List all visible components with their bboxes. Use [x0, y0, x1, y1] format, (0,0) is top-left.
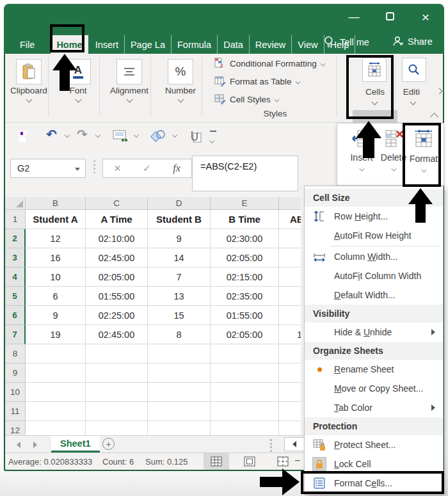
email-button[interactable]	[113, 129, 128, 146]
select-all-corner[interactable]	[5, 197, 26, 210]
row-header[interactable]: 9	[5, 364, 26, 383]
add-sheet-button[interactable]: +	[102, 438, 115, 450]
redo-button[interactable]: ↷	[77, 127, 88, 142]
menu-item-default-width[interactable]: Default Width...	[305, 285, 443, 305]
row-header[interactable]: 11	[5, 402, 26, 421]
normal-view-button[interactable]	[204, 453, 229, 470]
table-row: 4 10 02:05:00 7 02:15:00	[5, 268, 301, 287]
share-button[interactable]: Share	[393, 36, 433, 47]
zoom-out-icon[interactable]: −	[294, 455, 300, 467]
paste-button[interactable]	[16, 59, 42, 84]
cancel-icon[interactable]: ×	[114, 162, 121, 175]
number-button[interactable]: %	[168, 59, 193, 84]
shapes-button[interactable]	[150, 129, 166, 146]
tab-formulas[interactable]: Formula	[172, 35, 218, 54]
redo-dropdown-icon[interactable]	[95, 132, 100, 138]
email-dropdown-icon[interactable]	[134, 132, 139, 138]
delete-chevron-icon[interactable]	[391, 166, 396, 172]
tab-insert[interactable]: Insert	[90, 35, 125, 54]
spreadsheet-grid: B C D E 1 Student A A Time Student B B T…	[5, 197, 301, 435]
conditional-formatting-button[interactable]: ≠ Conditional Formatting	[214, 58, 325, 69]
lock-icon	[312, 456, 327, 472]
editing-flyout-chevron-icon[interactable]	[436, 88, 443, 95]
menu-item-autofit-row-height[interactable]: AutoFit Row Height	[305, 226, 443, 245]
tab-data[interactable]: Data	[218, 35, 250, 54]
column-header-b[interactable]: B	[26, 197, 86, 210]
maximize-button[interactable]	[383, 10, 397, 24]
editing-chevron-icon[interactable]	[410, 99, 417, 106]
normal-view-icon	[211, 456, 222, 467]
menu-item-protect-sheet[interactable]: Protect Sheet...	[305, 435, 443, 454]
format-dropdown-menu: Cell Size Row Height... AutoFit Row Heig…	[304, 186, 444, 495]
page-layout-view-button[interactable]	[237, 453, 262, 470]
format-as-table-button[interactable]: Format as Table	[214, 76, 300, 87]
column-header-e[interactable]: E	[211, 197, 279, 210]
page-break-view-button[interactable]	[270, 453, 296, 470]
arrow-to-cells-button	[356, 121, 381, 158]
alignment-dialog-launcher[interactable]	[127, 97, 133, 103]
alignment-group-label: Alignment	[104, 86, 155, 95]
row-header[interactable]: 8	[5, 344, 26, 364]
number-dialog-launcher[interactable]	[178, 97, 184, 103]
menu-item-autofit-column-width[interactable]: AutoFit Column Width	[305, 266, 443, 285]
paperclip-icon	[188, 129, 202, 145]
prev-sheet-icon[interactable]	[17, 442, 20, 448]
column-header-d[interactable]: D	[148, 197, 211, 210]
menu-separator	[332, 246, 440, 246]
tab-file[interactable]: File	[14, 35, 40, 54]
column-header-c[interactable]: C	[86, 197, 148, 210]
insert-chevron-icon[interactable]	[359, 166, 364, 172]
column-header-f[interactable]	[279, 197, 301, 210]
tab-view[interactable]: View	[292, 35, 324, 54]
lightbulb-icon	[324, 36, 333, 49]
row-header[interactable]: 4	[5, 268, 26, 287]
horizontal-scrollbar[interactable]	[284, 437, 305, 451]
row-header[interactable]: 7	[5, 325, 26, 344]
undo-button[interactable]: ↶	[46, 127, 57, 142]
row-header[interactable]: 12	[5, 421, 26, 435]
minimize-button[interactable]: —	[347, 10, 361, 24]
page-break-icon	[277, 456, 289, 467]
clipboard-group-label: Clipboard	[3, 86, 54, 95]
table-row: 7 19 02:45:00 8 02:05:00 1	[5, 325, 301, 344]
next-sheet-icon[interactable]	[33, 442, 37, 448]
table-row: 11	[5, 402, 301, 421]
tab-page-layout[interactable]: Page La	[125, 35, 172, 54]
undo-dropdown-icon[interactable]	[65, 132, 70, 138]
insert-function-icon[interactable]: fx	[173, 163, 180, 174]
row-header[interactable]: 6	[5, 306, 26, 325]
name-box-dropdown-icon[interactable]	[75, 168, 80, 171]
maximize-icon	[386, 12, 394, 20]
cell-styles-button[interactable]: Cell Styles	[214, 93, 279, 105]
table-row: 1 Student A A Time Student B B Time ABS	[5, 210, 301, 229]
table-row: 8	[5, 344, 301, 364]
row-header[interactable]: 3	[5, 248, 26, 268]
row-header[interactable]: 1	[5, 210, 26, 229]
email-icon	[113, 129, 128, 143]
row-header[interactable]: 10	[5, 383, 26, 402]
editing-button[interactable]	[402, 58, 426, 82]
alignment-button[interactable]	[116, 59, 142, 84]
row-header[interactable]: 5	[5, 287, 26, 306]
menu-item-column-width[interactable]: Column Width...	[305, 247, 443, 266]
tab-review[interactable]: Review	[250, 35, 292, 54]
menu-item-tab-color[interactable]: Tab Color	[305, 398, 443, 417]
arrow-to-format-cells-item	[260, 468, 300, 495]
shapes-dropdown-icon[interactable]	[172, 132, 177, 138]
clipboard-icon	[21, 63, 36, 80]
row-header[interactable]: 2	[5, 229, 26, 248]
enter-icon[interactable]: ✓	[143, 163, 151, 174]
menu-item-move-copy-sheet[interactable]: Move or Copy Sheet...	[305, 379, 443, 398]
name-box[interactable]: G2	[10, 159, 86, 178]
formula-input[interactable]: =ABS(C2-E2)	[192, 156, 298, 191]
menu-item-rename-sheet[interactable]: Rename Sheet	[305, 360, 443, 379]
close-button[interactable]: ×	[419, 10, 433, 24]
person-icon	[393, 36, 404, 47]
menu-item-hide-unhide[interactable]: Hide & Unhide	[305, 323, 443, 342]
customize-qat-icon[interactable]	[210, 131, 216, 145]
tell-me[interactable]: Tell me	[324, 36, 369, 49]
attach-button[interactable]	[188, 129, 202, 147]
sheet-tab-sheet1[interactable]: Sheet1	[51, 436, 100, 452]
font-dialog-launcher[interactable]	[76, 97, 82, 103]
clipboard-dialog-launcher[interactable]	[26, 97, 33, 103]
